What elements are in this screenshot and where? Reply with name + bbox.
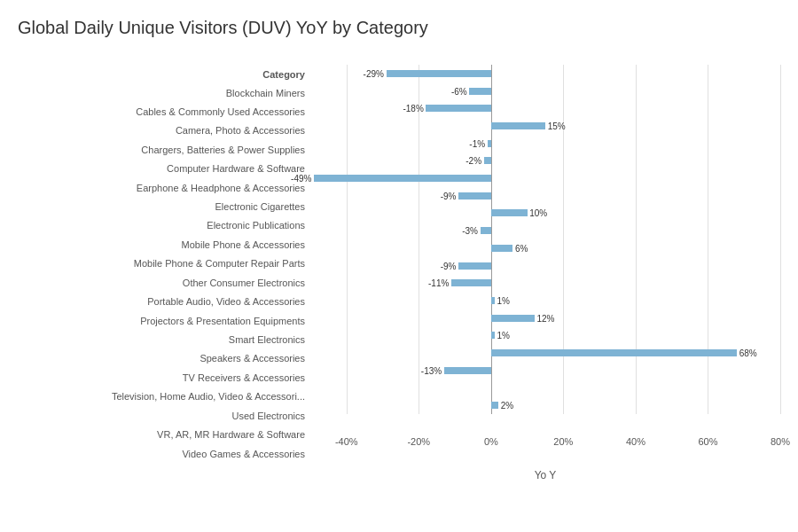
y-label-3: Chargers, Batteries & Power Supplies <box>18 141 310 159</box>
bar-label-10: 6% <box>515 243 528 253</box>
x-tick-3: 20% <box>553 436 573 447</box>
bar-row-8: 10% <box>310 205 780 223</box>
y-label-1: Cables & Commonly Used Accessories <box>18 104 310 121</box>
bar-row-7: -9% <box>310 187 780 205</box>
bar-label-14: 12% <box>536 313 554 323</box>
bar-14 <box>491 315 535 322</box>
y-labels: Category Blockchain MinersCables & Commo… <box>18 47 310 481</box>
bar-label-3: 15% <box>548 121 566 130</box>
bar-label-2: -18% <box>403 104 423 113</box>
y-label-8: Mobile Phone & Accessories <box>18 237 310 254</box>
y-label-14: Speakers & Accessories <box>18 350 310 368</box>
bar-row-1: -6% <box>310 82 780 100</box>
bar-6 <box>314 175 491 182</box>
bar-label-16: 68% <box>739 348 757 358</box>
bar-16 <box>491 349 737 356</box>
bar-row-16: 68% <box>310 344 780 362</box>
bar-1 <box>469 88 490 95</box>
bar-label-17: -13% <box>421 365 442 375</box>
grid-line-80 <box>780 65 781 414</box>
bar-11 <box>458 262 491 270</box>
bar-17 <box>444 367 491 374</box>
bar-row-18 <box>310 379 780 397</box>
x-tick-4: 40% <box>626 436 645 447</box>
bar-row-6: -49% <box>310 169 780 187</box>
y-label-15: TV Receivers & Accessories <box>18 369 310 387</box>
plot-inner: -29%-6%-18%15%-1%-2%-49%-9%10%-3%6%-9%-1… <box>310 65 780 414</box>
chart-title: Global Daily Unique Visitors (DUV) YoY b… <box>18 18 780 38</box>
bar-row-15: 1% <box>310 327 780 345</box>
bar-label-4: -1% <box>469 138 485 148</box>
bar-3 <box>491 122 545 129</box>
bar-label-12: -11% <box>428 278 449 288</box>
y-label-4: Computer Hardware & Software <box>18 160 310 178</box>
x-axis: -40%-20%0%20%40%60%80% <box>310 432 780 467</box>
bar-label-13: 1% <box>497 295 510 305</box>
bar-label-7: -9% <box>441 191 457 200</box>
bar-7 <box>458 192 491 200</box>
bar-2 <box>426 105 490 112</box>
category-header: Category <box>18 66 310 83</box>
bar-4 <box>488 140 491 147</box>
bar-row-13: 1% <box>310 292 780 309</box>
x-tick-5: 60% <box>698 436 717 447</box>
bar-row-10: 6% <box>310 239 780 257</box>
y-label-2: Camera, Photo & Accessories <box>18 122 310 140</box>
bar-label-9: -3% <box>462 226 478 236</box>
bar-9 <box>481 227 491 234</box>
bar-row-11: -9% <box>310 257 780 275</box>
y-label-16: Television, Home Audio, Video & Accessor… <box>18 388 310 406</box>
y-label-12: Projectors & Presentation Equipments <box>18 312 310 330</box>
bar-0 <box>387 70 491 77</box>
bar-label-8: 10% <box>529 208 547 218</box>
bar-19 <box>491 402 498 409</box>
bar-label-15: 1% <box>497 331 510 340</box>
bar-row-2: -18% <box>310 99 780 117</box>
y-label-18: VR, AR, MR Hardware & Software <box>18 426 310 444</box>
bar-row-17: -13% <box>310 362 780 379</box>
bar-row-9: -3% <box>310 222 780 239</box>
bar-row-5: -2% <box>310 153 780 170</box>
bar-label-0: -29% <box>364 68 384 78</box>
bar-row-14: 12% <box>310 309 780 327</box>
y-label-0: Blockchain Miners <box>18 84 310 102</box>
bar-label-5: -2% <box>466 156 481 166</box>
y-label-13: Smart Electronics <box>18 332 310 349</box>
bar-5 <box>484 157 491 164</box>
y-label-11: Portable Audio, Video & Accessories <box>18 293 310 311</box>
y-label-17: Used Electronics <box>18 407 310 425</box>
bar-label-6: -49% <box>291 174 311 184</box>
y-label-5: Earphone & Headphone & Accessories <box>18 179 310 197</box>
y-label-19: Video Games & Accessories <box>18 445 310 463</box>
x-tick-0: -40% <box>335 436 358 447</box>
y-label-6: Electronic Cigarettes <box>18 199 310 216</box>
bar-row-4: -1% <box>310 135 780 153</box>
x-axis-title: Yo Y <box>310 469 780 481</box>
bar-label-1: -6% <box>451 86 467 96</box>
bar-12 <box>451 279 491 286</box>
y-label-9: Mobile Phone & Computer Repair Parts <box>18 255 310 273</box>
bar-label-11: -9% <box>441 261 457 270</box>
bar-8 <box>491 209 528 216</box>
x-tick-2: 0% <box>484 436 498 447</box>
chart-area: Category Blockchain MinersCables & Commo… <box>18 47 780 481</box>
bar-row-3: 15% <box>310 117 780 135</box>
bar-row-12: -11% <box>310 274 780 292</box>
bar-10 <box>491 245 512 252</box>
chart-container: Global Daily Unique Visitors (DUV) YoY b… <box>0 0 798 532</box>
bar-row-19: 2% <box>310 396 780 414</box>
bar-row-0: -29% <box>310 65 780 82</box>
bar-label-19: 2% <box>501 401 513 411</box>
bar-13 <box>491 297 495 304</box>
bar-15 <box>491 332 495 339</box>
x-tick-6: 80% <box>771 436 790 447</box>
y-label-7: Electronic Publications <box>18 217 310 235</box>
plot-area: -29%-6%-18%15%-1%-2%-49%-9%10%-3%6%-9%-1… <box>310 47 780 481</box>
x-tick-1: -20% <box>407 436 430 447</box>
y-label-10: Other Consumer Electronics <box>18 274 310 292</box>
